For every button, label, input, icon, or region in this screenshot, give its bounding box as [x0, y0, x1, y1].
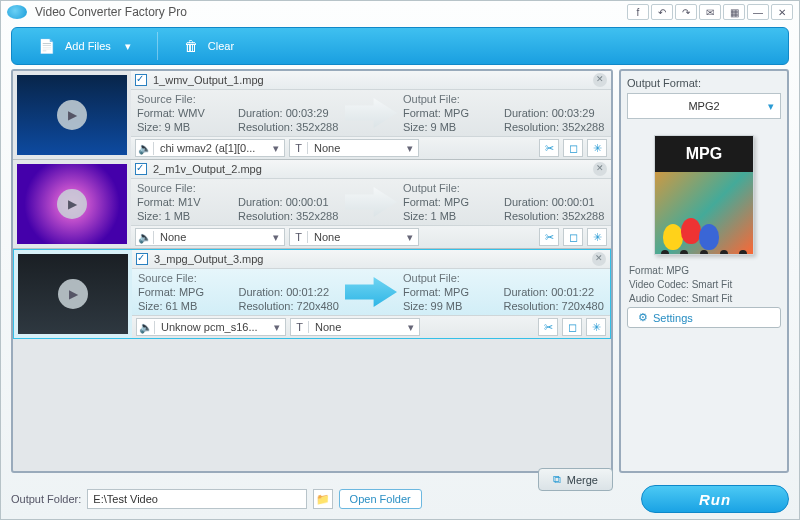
chevron-down-icon: ▾	[269, 321, 285, 334]
audio-track-select[interactable]: 🔈 Unknow pcm_s16... ▾	[136, 318, 286, 336]
output-size: Size: 1 MB	[403, 209, 504, 223]
format-preview: MPG	[654, 135, 754, 255]
audio-track-select[interactable]: 🔈 chi wmav2 (a[1][0... ▾	[135, 139, 285, 157]
source-size: Size: 1 MB	[137, 209, 238, 223]
add-files-label: Add Files	[65, 40, 111, 52]
output-format-value: MPG2	[688, 100, 719, 112]
effects-button[interactable]: ✳	[587, 139, 607, 157]
effects-button[interactable]: ✳	[587, 228, 607, 246]
arrow-icon	[345, 98, 397, 128]
chevron-down-icon: ▾	[268, 142, 284, 155]
video-thumbnail[interactable]: ▶	[17, 75, 127, 155]
chevron-down-icon: ▾	[768, 100, 774, 113]
item-filename: 2_m1v_Output_2.mpg	[153, 163, 262, 175]
output-format: Format: MPG	[403, 106, 504, 120]
item-checkbox[interactable]	[135, 163, 147, 175]
output-folder-input[interactable]: E:\Test Video	[87, 489, 306, 509]
redo-icon[interactable]: ↷	[675, 4, 697, 20]
chevron-down-icon: ▾	[125, 40, 131, 53]
add-files-button[interactable]: 📄 Add Files ▾	[12, 28, 157, 64]
video-thumbnail[interactable]: ▶	[17, 164, 127, 244]
subtitle-value: None	[308, 231, 402, 243]
output-size: Size: 99 MB	[403, 299, 504, 313]
list-item[interactable]: ▶ 2_m1v_Output_2.mpg ✕ Source File: Form…	[13, 160, 611, 249]
audio-track-value: chi wmav2 (a[1][0...	[154, 142, 268, 154]
chevron-down-icon: ▾	[268, 231, 284, 244]
effects-button[interactable]: ✳	[586, 318, 606, 336]
arrow-icon	[345, 187, 397, 217]
remove-item-button[interactable]: ✕	[593, 73, 607, 87]
clear-button[interactable]: 🗑 Clear	[158, 28, 260, 64]
cut-button[interactable]: ✂	[539, 228, 559, 246]
output-size: Size: 9 MB	[403, 120, 504, 134]
source-file-label: Source File:	[137, 181, 238, 195]
audio-track-select[interactable]: 🔈 None ▾	[135, 228, 285, 246]
close-button[interactable]: ✕	[771, 4, 793, 20]
app-logo-icon	[7, 5, 27, 19]
output-format-panel: Output Format: MPG2 ▾ MPG Format: MPG Vi…	[619, 69, 789, 473]
output-file-label: Output File:	[403, 92, 504, 106]
source-resolution: Resolution: 352x288	[238, 120, 339, 134]
item-checkbox[interactable]	[135, 74, 147, 86]
registry-icon[interactable]: ▦	[723, 4, 745, 20]
item-checkbox[interactable]	[136, 253, 148, 265]
output-resolution: Resolution: 720x480	[504, 299, 605, 313]
source-resolution: Resolution: 352x288	[238, 209, 339, 223]
minimize-button[interactable]: —	[747, 4, 769, 20]
add-file-icon: 📄	[38, 38, 55, 54]
source-format: Format: MPG	[138, 285, 239, 299]
cut-button[interactable]: ✂	[538, 318, 558, 336]
video-thumbnail[interactable]: ▶	[18, 254, 128, 334]
chevron-down-icon: ▾	[402, 231, 418, 244]
main-toolbar: 📄 Add Files ▾ 🗑 Clear	[11, 27, 789, 65]
undo-icon[interactable]: ↶	[651, 4, 673, 20]
list-item[interactable]: ▶ 3_mpg_Output_3.mpg ✕ Source File: Form…	[13, 249, 611, 339]
list-item[interactable]: ▶ 1_wmv_Output_1.mpg ✕ Source File: Form…	[13, 71, 611, 160]
subtitle-select[interactable]: T None ▾	[290, 318, 420, 336]
message-icon[interactable]: ✉	[699, 4, 721, 20]
crop-button[interactable]: ◻	[562, 318, 582, 336]
subtitle-icon: T	[291, 321, 309, 333]
remove-item-button[interactable]: ✕	[592, 252, 606, 266]
item-filename: 1_wmv_Output_1.mpg	[153, 74, 264, 86]
output-file-label: Output File:	[403, 181, 504, 195]
preview-image	[655, 172, 753, 255]
app-title: Video Converter Factory Pro	[35, 5, 187, 19]
titlebar: Video Converter Factory Pro f ↶ ↷ ✉ ▦ — …	[1, 1, 799, 23]
gear-icon: ⚙	[638, 311, 648, 324]
output-format-select[interactable]: MPG2 ▾	[627, 93, 781, 119]
run-button[interactable]: Run	[641, 485, 789, 513]
subtitle-value: None	[308, 142, 402, 154]
output-format: Format: MPG	[403, 285, 504, 299]
arrow-icon	[345, 277, 397, 307]
speaker-icon: 🔈	[136, 142, 154, 155]
item-filename: 3_mpg_Output_3.mpg	[154, 253, 263, 265]
browse-folder-button[interactable]: 📁	[313, 489, 333, 509]
source-size: Size: 9 MB	[137, 120, 238, 134]
chevron-down-icon: ▾	[402, 142, 418, 155]
preview-format-label: MPG	[655, 136, 753, 172]
open-folder-button[interactable]: Open Folder	[339, 489, 422, 509]
source-file-label: Source File:	[137, 92, 238, 106]
merge-label: Merge	[567, 474, 598, 486]
settings-button[interactable]: ⚙ Settings	[627, 307, 781, 328]
subtitle-select[interactable]: T None ▾	[289, 228, 419, 246]
trash-icon: 🗑	[184, 38, 198, 54]
format-info: Format: MPG	[629, 265, 779, 276]
play-icon: ▶	[57, 100, 87, 130]
source-duration: Duration: 00:00:01	[238, 195, 339, 209]
subtitle-value: None	[309, 321, 403, 333]
remove-item-button[interactable]: ✕	[593, 162, 607, 176]
output-duration: Duration: 00:00:01	[504, 195, 605, 209]
clear-label: Clear	[208, 40, 234, 52]
source-duration: Duration: 00:03:29	[238, 106, 339, 120]
output-folder-value: E:\Test Video	[93, 493, 158, 505]
app-window: Video Converter Factory Pro f ↶ ↷ ✉ ▦ — …	[0, 0, 800, 520]
cut-button[interactable]: ✂	[539, 139, 559, 157]
file-list: ▶ 1_wmv_Output_1.mpg ✕ Source File: Form…	[11, 69, 613, 473]
facebook-icon[interactable]: f	[627, 4, 649, 20]
chevron-down-icon: ▾	[403, 321, 419, 334]
subtitle-select[interactable]: T None ▾	[289, 139, 419, 157]
crop-button[interactable]: ◻	[563, 228, 583, 246]
crop-button[interactable]: ◻	[563, 139, 583, 157]
